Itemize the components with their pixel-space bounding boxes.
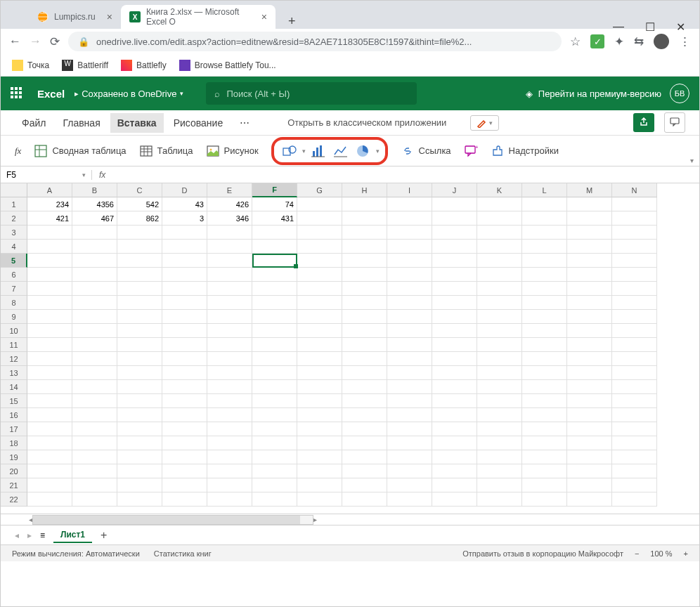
cell-L15[interactable] xyxy=(522,394,567,408)
cell-D8[interactable] xyxy=(162,296,207,310)
cell-N22[interactable] xyxy=(612,492,657,507)
cell-G9[interactable] xyxy=(297,310,342,324)
cell-A13[interactable] xyxy=(27,366,72,380)
sheets-list-icon[interactable]: ≡ xyxy=(40,530,45,540)
cell-B4[interactable] xyxy=(72,240,117,254)
cell-K2[interactable] xyxy=(477,211,522,226)
cell-N5[interactable] xyxy=(612,254,657,268)
cell-B18[interactable] xyxy=(72,436,117,450)
cell-N8[interactable] xyxy=(612,296,657,310)
row-header-5[interactable]: 5 xyxy=(1,254,27,268)
saved-status[interactable]: ▸Сохранено в OneDrive▾ xyxy=(74,89,183,99)
cell-K18[interactable] xyxy=(477,436,522,450)
cell-M21[interactable] xyxy=(567,478,612,492)
addins-button[interactable]: Надстройки xyxy=(491,144,559,158)
cell-N16[interactable] xyxy=(612,408,657,422)
cell-D17[interactable] xyxy=(162,422,207,436)
cell-D5[interactable] xyxy=(162,254,207,268)
cell-B14[interactable] xyxy=(72,380,117,394)
cell-N9[interactable] xyxy=(612,310,657,324)
cell-C3[interactable] xyxy=(117,226,162,240)
cell-L8[interactable] xyxy=(522,296,567,310)
cell-D3[interactable] xyxy=(162,226,207,240)
editing-mode-toggle[interactable]: ▾ xyxy=(470,115,499,131)
cell-A21[interactable] xyxy=(27,478,72,492)
cell-I8[interactable] xyxy=(387,296,432,310)
cell-K4[interactable] xyxy=(477,240,522,254)
cell-C20[interactable] xyxy=(117,464,162,478)
cell-L11[interactable] xyxy=(522,338,567,352)
share-button[interactable] xyxy=(633,113,654,132)
new-tab-button[interactable]: + xyxy=(283,14,302,29)
back-button[interactable]: ← xyxy=(9,34,21,48)
cell-J10[interactable] xyxy=(432,324,477,338)
cell-J7[interactable] xyxy=(432,282,477,296)
cell-H1[interactable] xyxy=(342,197,387,211)
row-header-1[interactable]: 1 xyxy=(1,197,27,211)
cell-B3[interactable] xyxy=(72,226,117,240)
cell-N1[interactable] xyxy=(612,197,657,211)
cell-J2[interactable] xyxy=(432,211,477,226)
cell-E1[interactable]: 426 xyxy=(207,197,252,211)
cell-F16[interactable] xyxy=(252,408,297,422)
shapes-button[interactable] xyxy=(280,143,299,159)
premium-button[interactable]: ◈ Перейти на премиум-версию xyxy=(526,89,661,99)
cell-M16[interactable] xyxy=(567,408,612,422)
reload-button[interactable]: ⟳ xyxy=(50,34,60,49)
cell-K8[interactable] xyxy=(477,296,522,310)
cell-M10[interactable] xyxy=(567,324,612,338)
row-header-14[interactable]: 14 xyxy=(1,380,27,394)
cell-M2[interactable] xyxy=(567,211,612,226)
cell-E21[interactable] xyxy=(207,478,252,492)
cell-H13[interactable] xyxy=(342,366,387,380)
cell-K9[interactable] xyxy=(477,310,522,324)
cell-L6[interactable] xyxy=(522,268,567,282)
cell-E19[interactable] xyxy=(207,450,252,464)
cell-C10[interactable] xyxy=(117,324,162,338)
picture-button[interactable]: Рисунок xyxy=(206,144,259,158)
cell-H16[interactable] xyxy=(342,408,387,422)
cell-E9[interactable] xyxy=(207,310,252,324)
cell-G20[interactable] xyxy=(297,464,342,478)
cell-C1[interactable]: 542 xyxy=(117,197,162,211)
cell-J19[interactable] xyxy=(432,450,477,464)
cell-L17[interactable] xyxy=(522,422,567,436)
star-icon[interactable]: ☆ xyxy=(570,34,581,49)
cell-N13[interactable] xyxy=(612,366,657,380)
cell-L12[interactable] xyxy=(522,352,567,366)
cell-M9[interactable] xyxy=(567,310,612,324)
cell-H20[interactable] xyxy=(342,464,387,478)
cell-A11[interactable] xyxy=(27,338,72,352)
cell-F15[interactable] xyxy=(252,394,297,408)
cell-E4[interactable] xyxy=(207,240,252,254)
cell-E22[interactable] xyxy=(207,492,252,507)
cell-C16[interactable] xyxy=(117,408,162,422)
cell-D6[interactable] xyxy=(162,268,207,282)
cell-J12[interactable] xyxy=(432,352,477,366)
tab-draw[interactable]: Рисование xyxy=(167,113,231,133)
sheet-tab-1[interactable]: Лист1 xyxy=(53,528,92,543)
cell-J5[interactable] xyxy=(432,254,477,268)
cell-C15[interactable] xyxy=(117,394,162,408)
cell-L10[interactable] xyxy=(522,324,567,338)
cell-G8[interactable] xyxy=(297,296,342,310)
cell-M15[interactable] xyxy=(567,394,612,408)
cell-I2[interactable] xyxy=(387,211,432,226)
cell-H5[interactable] xyxy=(342,254,387,268)
cell-A17[interactable] xyxy=(27,422,72,436)
row-header-7[interactable]: 7 xyxy=(1,282,27,296)
cell-M5[interactable] xyxy=(567,254,612,268)
cell-L21[interactable] xyxy=(522,478,567,492)
column-header-E[interactable]: E xyxy=(207,183,252,197)
cell-M17[interactable] xyxy=(567,422,612,436)
cell-E8[interactable] xyxy=(207,296,252,310)
cell-H2[interactable] xyxy=(342,211,387,226)
cell-C5[interactable] xyxy=(117,254,162,268)
cell-C22[interactable] xyxy=(117,492,162,507)
cell-A7[interactable] xyxy=(27,282,72,296)
cell-G11[interactable] xyxy=(297,338,342,352)
cell-K17[interactable] xyxy=(477,422,522,436)
cell-M13[interactable] xyxy=(567,366,612,380)
cell-J8[interactable] xyxy=(432,296,477,310)
cell-B13[interactable] xyxy=(72,366,117,380)
